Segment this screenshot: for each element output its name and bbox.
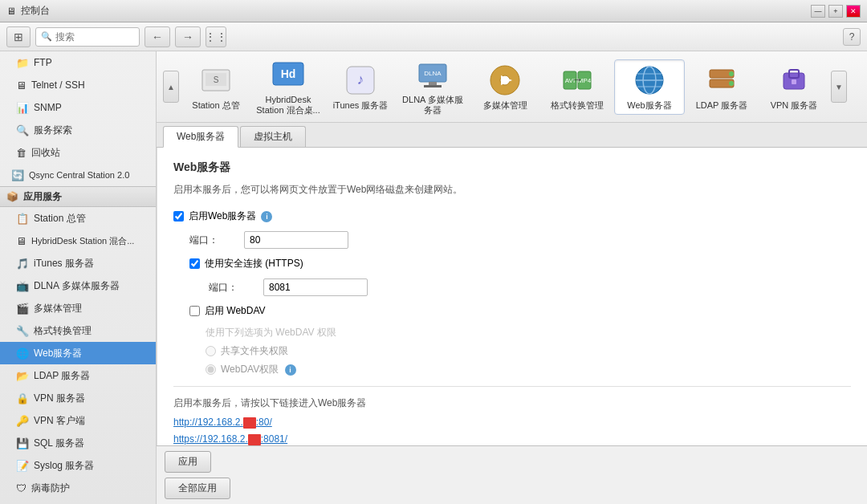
link1-row: http://192.168.2.:80/: [173, 417, 851, 429]
maximize-button[interactable]: +: [828, 5, 843, 18]
apply-all-button[interactable]: 全部应用: [165, 478, 230, 499]
launch-desc: 启用本服务后，请按以下链接进入Web服务器: [173, 396, 851, 410]
sidebar-item-webserver[interactable]: 🌐 Web服务器: [0, 342, 156, 364]
sidebar-item-telnet[interactable]: 🖥 Telnet / SSH: [0, 74, 156, 96]
https-checkbox[interactable]: [189, 258, 200, 269]
sidebar-label-station: Station 总管: [34, 212, 86, 226]
sidebar-item-snmp[interactable]: 📊 SNMP: [0, 96, 156, 119]
sidebar-item-itunes[interactable]: 🎵 iTunes 服务器: [0, 252, 156, 274]
sidebar-item-sql[interactable]: 💾 SQL 服务器: [0, 432, 156, 454]
svg-text:S: S: [214, 75, 219, 84]
info-icon[interactable]: i: [261, 211, 272, 222]
sidebar-item-recycle[interactable]: 🗑 回收站: [0, 141, 156, 164]
telnet-icon: 🖥: [16, 79, 26, 91]
sidebar-label-ftp: FTP: [34, 57, 52, 68]
app-icon-webserver[interactable]: Web服务器: [614, 59, 685, 115]
antivirus-icon: 🛡: [16, 482, 26, 494]
recycle-icon: 🗑: [16, 147, 26, 159]
port-input[interactable]: [244, 231, 348, 249]
sidebar-label-telnet: Telnet / SSH: [31, 79, 85, 91]
sidebar-label-antivirus: 病毒防护: [31, 482, 70, 495]
link2[interactable]: https://192.168.2.: [173, 433, 248, 445]
ldap-app-label: LDAP 服务器: [696, 100, 748, 111]
sidebar-item-media[interactable]: 🎬 多媒体管理: [0, 297, 156, 319]
webdav-perm-radio[interactable]: [206, 364, 216, 375]
scroll-up-arrow[interactable]: ▲: [163, 71, 179, 103]
apply-all-bar: 全部应用: [157, 478, 867, 504]
svg-point-27: [729, 81, 734, 86]
link1-suffix[interactable]: :80/: [256, 417, 272, 428]
sidebar-item-dlna[interactable]: 📺 DLNA 多媒体服务器: [0, 274, 156, 297]
help-button[interactable]: ?: [843, 28, 861, 46]
scroll-down-arrow[interactable]: ▼: [831, 71, 847, 103]
link1-redacted: [243, 417, 256, 429]
link2-suffix[interactable]: :8081/: [261, 433, 287, 445]
webserver-app-icon: [633, 63, 666, 97]
app-icon-hybriddesk[interactable]: Hd HybridDeskStation 混合桌...: [253, 55, 324, 119]
sidebar-item-radius[interactable]: 📡 RADIUS 服务器: [0, 499, 156, 504]
minimize-button[interactable]: —: [811, 5, 825, 18]
app-icon-ldap[interactable]: LDAP 服务器: [686, 60, 757, 114]
sidebar-label-webserver: Web服务器: [34, 347, 82, 360]
https-port-section: 端口：: [209, 278, 851, 296]
svg-text:DLNA: DLNA: [424, 70, 442, 77]
app-icon-station[interactable]: S Station 总管: [181, 60, 251, 114]
svg-text:♪: ♪: [357, 71, 364, 87]
apply-button[interactable]: 应用: [165, 451, 211, 473]
sidebar-item-vpn-client[interactable]: 🔑 VPN 客户端: [0, 409, 156, 432]
sidebar-label-dlna: DLNA 多媒体服务器: [34, 279, 120, 293]
sidebar-item-ldap[interactable]: 📂 LDAP 服务器: [0, 364, 156, 387]
settings-title: Web服务器: [173, 161, 851, 175]
ldap-icon: 📂: [16, 370, 29, 382]
sidebar-item-vpn-server[interactable]: 🔒 VPN 服务器: [0, 387, 156, 409]
close-button[interactable]: ✕: [846, 5, 861, 18]
itunes-app-label: iTunes 服务器: [333, 100, 389, 111]
sidebar-label-vpn-server: VPN 服务器: [34, 392, 85, 405]
app-icon-media[interactable]: 多媒体管理: [470, 60, 540, 114]
link2-row: https://192.168.2.:8081/: [173, 433, 851, 445]
settings-desc: 启用本服务后，您可以将网页文件放置于Web网络磁盘来创建网站。: [173, 183, 851, 197]
sidebar-item-ftp[interactable]: 📁 FTP: [0, 51, 156, 74]
sidebar-label-service: 服务探索: [34, 124, 72, 137]
dlna-app-icon: DLNA: [416, 58, 450, 91]
sidebar-section-app-services[interactable]: 📦 应用服务: [0, 186, 156, 207]
app-icon-format[interactable]: AVI MP4 → 格式转换管理: [542, 60, 613, 114]
home-button[interactable]: ⊞: [6, 26, 31, 47]
sidebar-item-syslog[interactable]: 📝 Syslog 服务器: [0, 454, 156, 477]
back-button[interactable]: ←: [144, 26, 170, 47]
svg-text:→: →: [572, 73, 583, 86]
webdav-desc: 使用下列选项为 WebDAV 权限: [206, 326, 851, 339]
https-row: 使用安全连接 (HTTPS): [189, 257, 851, 270]
hybriddesk-app-label: HybridDeskStation 混合桌...: [256, 95, 320, 116]
app-icon-dlna[interactable]: DLNA DLNA 多媒体服务器: [397, 55, 468, 119]
app-icon: 🖥: [6, 6, 16, 17]
sidebar: 📁 FTP 🖥 Telnet / SSH 📊 SNMP 🔍 服务探索 🗑 回收站…: [0, 51, 157, 504]
tab-virtual-host[interactable]: 虚拟主机: [240, 126, 306, 147]
search-input[interactable]: [55, 31, 136, 43]
tabs-bar: Web服务器 虚拟主机: [157, 123, 867, 148]
sidebar-item-service-discovery[interactable]: 🔍 服务探索: [0, 119, 156, 141]
grid-view-button[interactable]: ⋮⋮: [206, 26, 226, 47]
webdav-checkbox[interactable]: [189, 306, 200, 316]
sidebar-item-station-manager[interactable]: 📋 Station 总管: [0, 207, 156, 230]
share-access-radio[interactable]: [206, 346, 216, 356]
webdav-section: 启用 WebDAV 使用下列选项为 WebDAV 权限 共享文件夹权限 WebD…: [189, 304, 851, 376]
sidebar-item-format[interactable]: 🔧 格式转换管理: [0, 319, 156, 342]
section-icon: 📦: [6, 191, 18, 202]
tab-web-server[interactable]: Web服务器: [163, 126, 238, 148]
enable-webserver-checkbox[interactable]: [173, 211, 184, 222]
sidebar-label-qsync: Qsync Central Station 2.0: [29, 170, 129, 180]
sidebar-item-hybriddesk[interactable]: 🖥 HybridDesk Station 混合...: [0, 230, 156, 252]
app-icons-bar: ▲ S Station 总管 Hd: [157, 51, 867, 123]
app-icon-vpn[interactable]: VPN 服务器: [759, 60, 829, 114]
sidebar-item-antivirus[interactable]: 🛡 病毒防护: [0, 477, 156, 499]
sidebar-label-vpn-client: VPN 客户端: [34, 414, 85, 428]
forward-button[interactable]: →: [175, 26, 201, 47]
webdav-info-icon[interactable]: i: [285, 364, 296, 376]
sidebar-item-qsync[interactable]: 🔄 Qsync Central Station 2.0: [0, 164, 156, 186]
link1[interactable]: http://192.168.2.: [173, 417, 243, 428]
app-icon-itunes[interactable]: ♪ iTunes 服务器: [325, 60, 396, 114]
https-port-input[interactable]: [263, 278, 368, 296]
sidebar-label-format: 格式转换管理: [34, 324, 92, 338]
webdav-perm-label: WebDAV权限 i: [221, 363, 296, 376]
